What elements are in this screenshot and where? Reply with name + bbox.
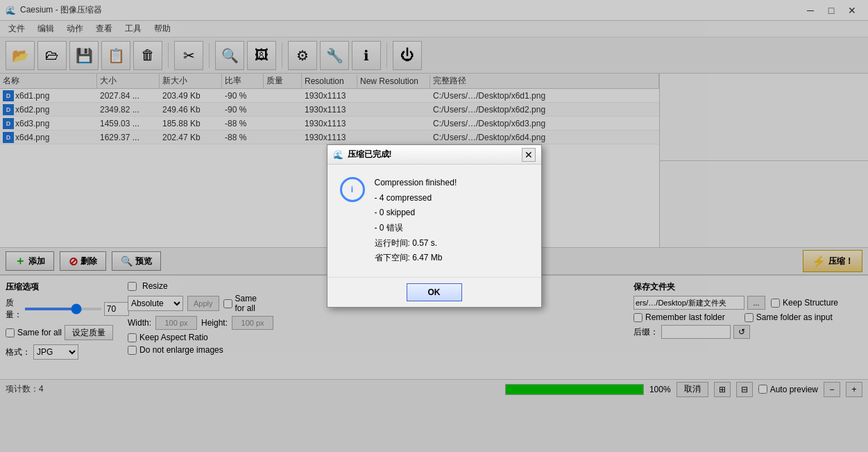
modal-line4: - 0 错误 xyxy=(375,221,457,236)
modal-info-icon: i xyxy=(339,176,366,203)
modal-footer: OK xyxy=(327,277,541,307)
modal-content: Compression finished! - 4 compressed - 0… xyxy=(375,176,457,266)
modal-close-button[interactable]: ✕ xyxy=(522,148,536,162)
modal-titlebar: 🌊 压缩已完成! ✕ xyxy=(327,145,541,165)
modal-overlay: 🌊 压缩已完成! ✕ i Compression finished! - 4 c… xyxy=(0,0,868,452)
modal-title-text: 压缩已完成! xyxy=(348,149,392,160)
modal-line1: Compression finished! xyxy=(375,176,457,191)
modal-line6: 省下空间: 6.47 Mb xyxy=(375,251,457,266)
modal-title-icon: 🌊 xyxy=(333,150,343,160)
modal-line3: - 0 skipped xyxy=(375,206,457,221)
modal-title-left: 🌊 压缩已完成! xyxy=(333,149,392,160)
modal-line5: 运行时间: 0.57 s. xyxy=(375,236,457,251)
modal-line2: - 4 compressed xyxy=(375,191,457,206)
modal-body: i Compression finished! - 4 compressed -… xyxy=(327,165,541,277)
info-circle: i xyxy=(340,177,365,202)
compression-complete-dialog: 🌊 压缩已完成! ✕ i Compression finished! - 4 c… xyxy=(327,144,542,308)
ok-button[interactable]: OK xyxy=(407,283,462,301)
